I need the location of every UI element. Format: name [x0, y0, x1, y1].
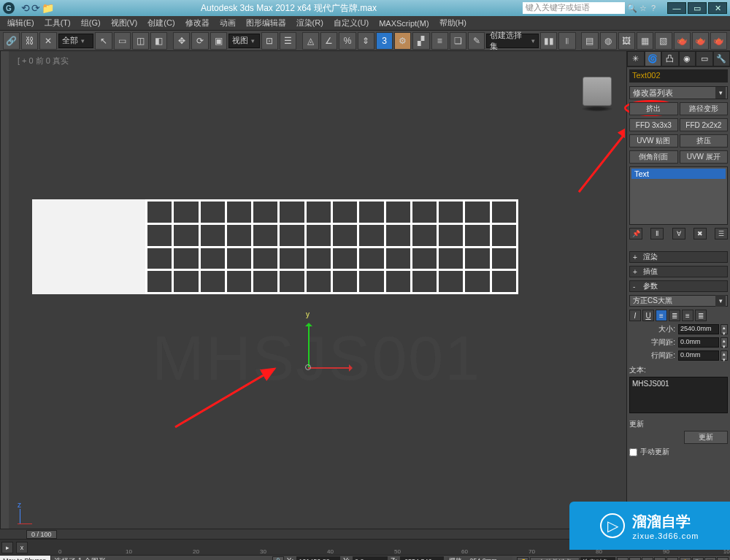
prev-frame-icon[interactable]: ◂ — [629, 557, 641, 560]
kern-spinner[interactable]: ▴▾ — [721, 337, 728, 348]
coord-z-field[interactable]: -6554.546 — [400, 556, 444, 560]
menu-graph[interactable]: 图形编辑器 — [242, 17, 291, 29]
ref-coord-dropdown[interactable]: 视图 — [228, 34, 260, 48]
curve-editor-icon[interactable]: ✎ — [468, 32, 485, 50]
unique-icon[interactable]: ∀ — [672, 228, 685, 239]
align-right-button[interactable]: ≡ — [682, 310, 694, 321]
align-justify-button[interactable]: ≣ — [695, 310, 707, 321]
render-setup-icon[interactable]: 🖼 — [618, 32, 635, 50]
menu-group[interactable]: 组(G) — [77, 17, 105, 29]
key-selset[interactable]: 选定对象 — [580, 557, 615, 560]
modifier-bevelprofile-button[interactable]: 倒角剖面 — [629, 150, 678, 164]
spinner-snap-icon[interactable]: ⇕ — [358, 32, 374, 50]
modifier-ffd3-button[interactable]: FFD 3x3x3 — [629, 118, 678, 131]
undo-icon[interactable]: ⟲ — [21, 2, 30, 14]
modifier-squeeze-button[interactable]: 挤压 — [680, 134, 729, 147]
object-name-field[interactable]: Text002 — [629, 69, 728, 83]
teapot2-icon[interactable]: 🫖 — [692, 32, 709, 50]
menu-animation[interactable]: 动画 — [215, 17, 240, 29]
trackbar-toggle-icon[interactable]: ▸ — [1, 542, 13, 553]
lead-spinner[interactable]: ▴▾ — [721, 350, 728, 361]
link-icon[interactable]: 🔗 — [3, 32, 20, 50]
minimize-button[interactable]: — — [667, 2, 686, 14]
play-icon[interactable]: ▶ — [642, 557, 653, 560]
configure-icon[interactable]: ☰ — [715, 228, 728, 239]
modifier-pathdeform-button[interactable]: 路径变形 — [680, 102, 729, 115]
menu-edit[interactable]: 编辑(E) — [3, 17, 39, 29]
goto-end-icon[interactable]: ⏭ — [666, 557, 678, 560]
tab-hierarchy-icon[interactable]: 凸 — [661, 51, 679, 66]
modifier-list-dropdown[interactable]: 修改器列表 — [629, 86, 728, 99]
teapot-render-icon[interactable]: 🫖 — [674, 32, 691, 50]
select-name-icon[interactable]: ▭ — [114, 32, 131, 50]
modifier-stack-item[interactable]: Text — [631, 169, 726, 179]
snap3-icon[interactable]: 3 — [376, 32, 393, 50]
modifier-extrude-button[interactable]: 挤出 — [629, 102, 678, 115]
help-icon[interactable]: ? — [651, 4, 663, 12]
rollout-interp[interactable]: +插值 — [629, 266, 728, 277]
text-object[interactable]: MHSJS001 — [152, 322, 481, 394]
tab-motion-icon[interactable]: ◉ — [679, 51, 696, 66]
trackbar-x-icon[interactable]: x — [16, 542, 28, 553]
manip-icon[interactable]: ☰ — [280, 32, 296, 50]
billboard-object[interactable] — [32, 199, 518, 294]
pivot-icon[interactable]: ⊡ — [261, 32, 278, 50]
schematic-icon[interactable]: ▤ — [581, 32, 598, 50]
pan-icon[interactable]: ✋ — [680, 557, 691, 560]
select-region-icon[interactable]: ◫ — [132, 32, 149, 50]
mirror-icon[interactable]: ▞ — [412, 32, 429, 50]
manual-update-checkbox[interactable]: 手动更新 — [629, 447, 728, 457]
font-dropdown[interactable]: 方正CS大黑 — [629, 295, 728, 307]
modifier-stack[interactable]: Text — [629, 166, 728, 225]
maxscript-listener[interactable]: Max to Physes ( — [0, 556, 51, 560]
named-selset-icon[interactable]: ⚙ — [394, 32, 411, 50]
underline-button[interactable]: U — [642, 310, 654, 321]
modifier-ffd2-button[interactable]: FFD 2x2x2 — [680, 118, 729, 131]
menu-tools[interactable]: 工具(T) — [40, 17, 75, 29]
align-center-button[interactable]: ≣ — [669, 310, 680, 321]
zoom-all-icon[interactable]: 🔲 — [704, 557, 716, 560]
italic-button[interactable]: I — [629, 310, 641, 321]
search-go-icon[interactable]: 🔍 — [625, 4, 639, 13]
tab-display-icon[interactable]: ▭ — [696, 51, 713, 66]
coord-x-field[interactable]: 121452.89 — [296, 556, 340, 560]
mirror2-icon[interactable]: ▮▮ — [540, 32, 557, 50]
teapot3-icon[interactable]: 🫖 — [710, 32, 727, 50]
menu-customize[interactable]: 自定义(U) — [329, 17, 373, 29]
size-spinner[interactable]: ▴▾ — [721, 324, 728, 334]
y-axis[interactable] — [308, 323, 310, 367]
menu-modifiers[interactable]: 修改器 — [181, 17, 214, 29]
tab-utilities-icon[interactable]: 🔧 — [713, 51, 731, 66]
show-end-icon[interactable]: Ⅱ — [650, 228, 664, 239]
bind-icon[interactable]: ✕ — [39, 32, 56, 50]
rotate-icon[interactable]: ⟳ — [191, 32, 208, 50]
align-icon[interactable]: ≡ — [431, 32, 448, 50]
menu-render[interactable]: 渲染(R) — [292, 17, 328, 29]
tab-modify-icon[interactable]: 🌀 — [645, 51, 662, 66]
material-icon[interactable]: ◍ — [600, 32, 617, 50]
viewport-label[interactable]: [ + 0 前 0 真实 — [13, 54, 625, 68]
open-icon[interactable]: 📁 — [42, 2, 54, 14]
align2-icon[interactable]: ⫴ — [558, 32, 575, 50]
autokey-button[interactable]: 自动关键点 — [530, 557, 580, 560]
window-crossing-icon[interactable]: ◧ — [150, 32, 167, 50]
menu-help[interactable]: 帮助(H) — [435, 17, 471, 29]
percent-snap-icon[interactable]: % — [339, 32, 356, 50]
menu-view[interactable]: 视图(V) — [107, 17, 142, 29]
modifier-uvwunwrap-button[interactable]: UVW 展开 — [680, 150, 729, 164]
align-left-button[interactable]: ≡ — [656, 310, 667, 321]
scale-icon[interactable]: ▣ — [210, 32, 227, 50]
menu-maxscript[interactable]: MAXScript(M) — [374, 18, 433, 28]
rollout-params[interactable]: -参数 — [629, 280, 728, 292]
layers-icon[interactable]: ❏ — [450, 32, 466, 50]
time-slider-handle[interactable]: 0 / 100 — [26, 530, 57, 539]
fov-icon[interactable]: ▣ — [717, 557, 729, 560]
coord-y-field[interactable]: 0.0mm — [353, 556, 388, 560]
select-icon[interactable]: ↖ — [95, 32, 112, 50]
pin-stack-icon[interactable]: 📌 — [629, 228, 642, 239]
unlink-icon[interactable]: ⛓ — [21, 32, 38, 50]
move-icon[interactable]: ✥ — [173, 32, 190, 50]
tab-create-icon[interactable]: ✳ — [627, 51, 645, 66]
next-frame-icon[interactable]: ▸ — [654, 557, 666, 560]
remove-mod-icon[interactable]: ✖ — [694, 228, 707, 239]
